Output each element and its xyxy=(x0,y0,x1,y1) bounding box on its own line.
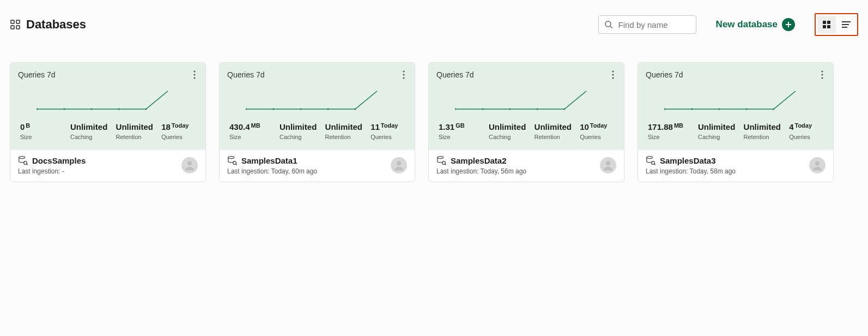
person-icon xyxy=(811,159,823,171)
list-icon xyxy=(841,20,851,29)
retention-value: Unlimited xyxy=(535,122,572,131)
grid-view-button[interactable] xyxy=(817,16,836,33)
svg-rect-8 xyxy=(823,21,826,24)
retention-value: Unlimited xyxy=(744,122,781,131)
retention-label: Retention xyxy=(744,134,769,140)
sparkline-chart xyxy=(436,85,616,115)
size-value: 171.88MB xyxy=(648,122,698,131)
sparkline-chart xyxy=(227,85,407,115)
svg-point-27 xyxy=(403,70,404,72)
svg-rect-3 xyxy=(16,26,20,29)
caching-label: Caching xyxy=(489,134,511,140)
svg-point-47 xyxy=(438,157,444,159)
database-card[interactable]: Queries 7d 171.88MB Size Unlimited Cachi… xyxy=(638,62,834,182)
new-database-button[interactable]: New database xyxy=(716,18,795,31)
caching-value: Unlimited xyxy=(70,122,107,131)
svg-line-5 xyxy=(610,26,612,28)
retention-label: Retention xyxy=(535,134,560,140)
svg-point-39 xyxy=(612,70,614,72)
database-card[interactable]: Queries 7d 0B Size Unlimited Caching xyxy=(10,62,206,182)
card-menu-button[interactable] xyxy=(816,68,829,81)
owner-avatar[interactable] xyxy=(181,157,198,173)
chart-title: Queries 7d xyxy=(646,70,825,79)
svg-point-15 xyxy=(193,70,195,72)
svg-point-35 xyxy=(228,157,234,159)
database-card[interactable]: Queries 7d 430.4MB Size Unlimited Cachin… xyxy=(219,62,415,182)
kebab-icon xyxy=(193,70,196,79)
sparkline-chart xyxy=(646,85,825,115)
svg-rect-11 xyxy=(827,25,830,28)
svg-point-28 xyxy=(403,74,404,75)
size-label: Size xyxy=(20,134,70,140)
svg-point-50 xyxy=(606,161,610,165)
queries-value: 11Today xyxy=(371,122,398,131)
svg-point-29 xyxy=(403,77,404,79)
card-menu-button[interactable] xyxy=(606,68,620,81)
caching-value: Unlimited xyxy=(698,122,735,131)
card-menu-button[interactable] xyxy=(397,68,410,81)
last-ingestion-text: Last ingestion: - xyxy=(18,167,181,175)
size-value: 1.31GB xyxy=(439,122,489,131)
svg-line-25 xyxy=(26,164,27,165)
database-icon xyxy=(646,155,655,165)
kebab-icon xyxy=(403,70,405,79)
queries-label: Queries xyxy=(161,134,183,140)
kebab-icon xyxy=(612,70,614,79)
person-icon xyxy=(602,159,614,171)
svg-point-59 xyxy=(647,157,653,159)
card-menu-button[interactable] xyxy=(188,68,201,81)
queries-value: 4Today xyxy=(789,122,812,131)
svg-rect-9 xyxy=(827,21,830,24)
svg-point-41 xyxy=(612,77,614,79)
size-value: 430.4MB xyxy=(229,122,280,131)
svg-rect-0 xyxy=(11,20,14,23)
retention-label: Retention xyxy=(325,134,351,140)
search-icon xyxy=(604,20,613,29)
database-icon xyxy=(436,155,446,165)
svg-point-53 xyxy=(821,77,823,79)
database-name: SamplesData3 xyxy=(660,156,716,165)
owner-avatar[interactable] xyxy=(809,157,825,173)
database-name: DocsSamples xyxy=(32,156,86,165)
chart-title: Queries 7d xyxy=(436,70,616,79)
database-name: SamplesData1 xyxy=(241,156,298,165)
retention-label: Retention xyxy=(116,134,142,140)
svg-rect-1 xyxy=(16,20,20,23)
queries-value: 18Today xyxy=(161,122,189,131)
database-card[interactable]: Queries 7d 1.31GB Size Unlimited Caching xyxy=(428,62,624,182)
page-title: Databases xyxy=(26,17,86,32)
svg-rect-2 xyxy=(11,26,14,29)
search-input[interactable] xyxy=(617,20,723,30)
svg-point-23 xyxy=(19,157,25,159)
owner-avatar[interactable] xyxy=(600,157,616,173)
last-ingestion-text: Last ingestion: Today, 56m ago xyxy=(436,167,600,175)
chart-title: Queries 7d xyxy=(227,70,407,79)
svg-point-52 xyxy=(821,74,823,75)
caching-label: Caching xyxy=(698,134,720,140)
chart-title: Queries 7d xyxy=(18,70,198,79)
retention-value: Unlimited xyxy=(325,122,362,131)
caching-label: Caching xyxy=(70,134,92,140)
last-ingestion-text: Last ingestion: Today, 60m ago xyxy=(227,167,391,175)
list-view-button[interactable] xyxy=(837,16,855,33)
size-value: 0B xyxy=(20,122,70,131)
size-label: Size xyxy=(439,134,489,140)
view-toggle xyxy=(815,13,858,36)
svg-point-38 xyxy=(397,161,401,165)
person-icon xyxy=(393,159,405,171)
search-field[interactable] xyxy=(598,15,696,34)
last-ingestion-text: Last ingestion: Today, 58m ago xyxy=(646,167,809,175)
database-icon xyxy=(227,155,237,165)
svg-point-26 xyxy=(187,161,192,165)
owner-avatar[interactable] xyxy=(391,157,407,173)
database-name: SamplesData2 xyxy=(451,156,507,165)
svg-line-49 xyxy=(445,164,446,165)
app-icon xyxy=(10,19,21,30)
svg-rect-10 xyxy=(823,25,826,28)
svg-point-62 xyxy=(815,161,820,165)
caching-value: Unlimited xyxy=(280,122,317,131)
database-icon xyxy=(18,155,28,165)
kebab-icon xyxy=(821,70,823,79)
person-icon xyxy=(184,159,196,171)
svg-point-17 xyxy=(193,77,195,79)
